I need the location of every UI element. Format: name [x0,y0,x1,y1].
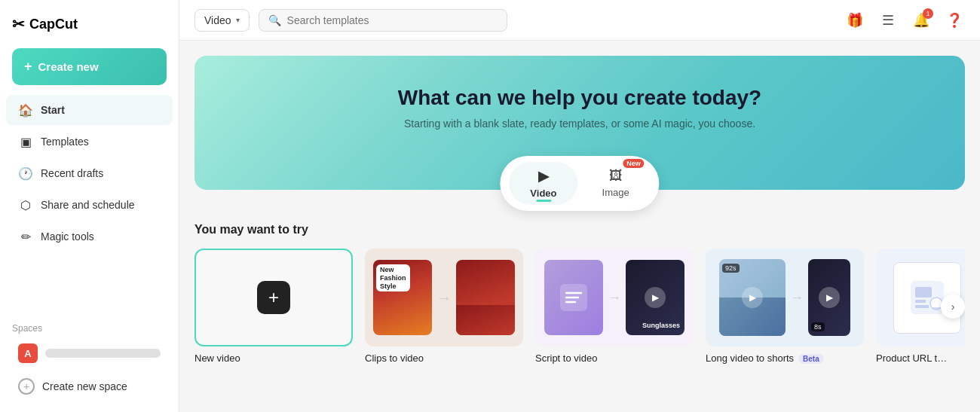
notification-icon[interactable]: 🔔 1 [911,10,932,31]
sidebar-item-start-label: Start [41,104,65,116]
capcut-logo-icon: ✂ [12,15,25,33]
video-tab-icon: ▶ [538,168,549,185]
search-icon: 🔍 [268,14,281,26]
clips-badge: NewFashionStyle [376,264,410,291]
scroll-right-arrow[interactable]: › [941,295,965,319]
hero-banner: What can we help you create today? Start… [194,56,965,190]
create-new-button[interactable]: + Create new [12,48,167,85]
new-video-thumb: + [194,249,353,346]
hero-title: What can we help you create today? [210,86,950,110]
beta-badge: Beta [798,354,824,364]
short-duration-badge: 8s [811,322,825,331]
arrow-icon-3: → [790,290,804,306]
help-icon[interactable]: ❓ [944,10,965,31]
sidebar-item-start[interactable]: 🏠 Start [6,95,173,125]
search-input-wrapper: 🔍 [259,9,507,32]
text-icon [560,284,587,311]
arrow-icon-2: → [608,290,621,306]
card-clips-to-video[interactable]: NewFashionStyle → Clips to video [365,249,523,364]
card-long-label: Long video to shortsBeta [706,352,864,364]
logo-area: ✂ CapCut [0,9,179,45]
space-name-placeholder [45,349,161,358]
new-badge: New [623,159,645,168]
play-icon-long: ▶ [742,287,763,308]
chevron-down-icon: ▾ [236,16,240,24]
card-product-label: Product URL t… [876,352,965,364]
product-url-icon [911,281,944,314]
duration-badge: 92s [722,264,740,273]
gift-icon[interactable]: 🎁 [844,10,865,31]
long-thumb: 92s ▶ → 8s ▶ [706,249,864,346]
magic-icon: ✏ [18,229,33,244]
video-dropdown-label: Video [204,14,231,26]
plus-box-icon: + [257,281,290,314]
main-area: Video ▾ 🔍 🎁 ☰ 🔔 1 ❓ What can we help you… [179,0,980,412]
sidebar-item-templates[interactable]: ▣ Templates [6,127,173,157]
card-new-video-label: New video [194,352,353,364]
notification-badge: 1 [923,8,933,19]
sidebar-item-magic-tools[interactable]: ✏ Magic tools [6,221,173,252]
sidebar-item-drafts-label: Recent drafts [41,167,103,179]
video-type-dropdown[interactable]: Video ▾ [194,9,250,32]
share-icon: ⬡ [18,197,33,212]
create-new-space-button[interactable]: + Create new space [6,371,173,402]
sidebar-item-magic-label: Magic tools [41,230,94,243]
tab-video-label: Video [530,188,556,199]
clock-icon: 🕐 [18,166,33,181]
create-new-label: Create new [38,60,99,73]
sidebar-item-share-label: Share and schedule [41,199,135,211]
arrow-icon: → [436,289,452,307]
topbar-icons: 🎁 ☰ 🔔 1 ❓ [844,10,965,31]
space-avatar: A [18,343,38,363]
script-thumb: → Sunglasses ▶ [535,249,694,346]
card-script-label: Script to video [535,352,694,364]
topbar: Video ▾ 🔍 🎁 ☰ 🔔 1 ❓ [179,0,980,41]
hamburger-icon[interactable]: ☰ [877,10,899,31]
templates-icon: ▣ [18,134,33,149]
image-tab-icon: 🖼 [609,168,623,184]
spaces-section-label: Spaces [0,314,179,337]
create-space-label: Create new space [42,380,127,392]
space-item[interactable]: A [6,337,173,369]
home-icon: 🏠 [18,102,33,117]
tab-video[interactable]: ▶ Video [509,162,577,205]
hero-tabs: ▶ Video New 🖼 Image [500,156,659,211]
sidebar-item-recent-drafts[interactable]: 🕐 Recent drafts [6,158,173,188]
card-clips-label: Clips to video [365,352,523,364]
card-new-video[interactable]: + New video [194,249,353,364]
clips-thumb: NewFashionStyle → [365,249,523,346]
try-section-title: You may want to try [194,223,965,237]
svg-rect-6 [915,300,926,303]
sidebar-item-share-schedule[interactable]: ⬡ Share and schedule [6,190,173,220]
svg-rect-5 [915,287,932,298]
card-script-to-video[interactable]: → Sunglasses ▶ Script to video [535,249,694,364]
plus-icon: + [24,59,32,75]
tab-image-label: Image [602,187,629,198]
search-input[interactable] [287,14,498,26]
plus-circle-icon: + [18,378,35,395]
play-icon: ▶ [645,287,666,308]
sunglasses-label: Sunglasses [642,322,680,329]
svg-rect-7 [915,305,929,308]
cards-row: + New video NewFashionStyle → Clips to v… [194,249,965,364]
sidebar: ✂ CapCut + Create new 🏠 Start ▣ Template… [0,0,179,412]
sidebar-item-templates-label: Templates [41,136,89,148]
card-long-video-to-shorts[interactable]: 92s ▶ → 8s ▶ Long video to shortsBeta [706,249,864,364]
app-name: CapCut [29,17,78,32]
play-icon-short: ▶ [819,287,840,308]
hero-subtitle: Starting with a blank slate, ready templ… [210,117,950,130]
content-area: What can we help you create today? Start… [179,41,980,412]
tab-image[interactable]: New 🖼 Image [581,162,651,205]
